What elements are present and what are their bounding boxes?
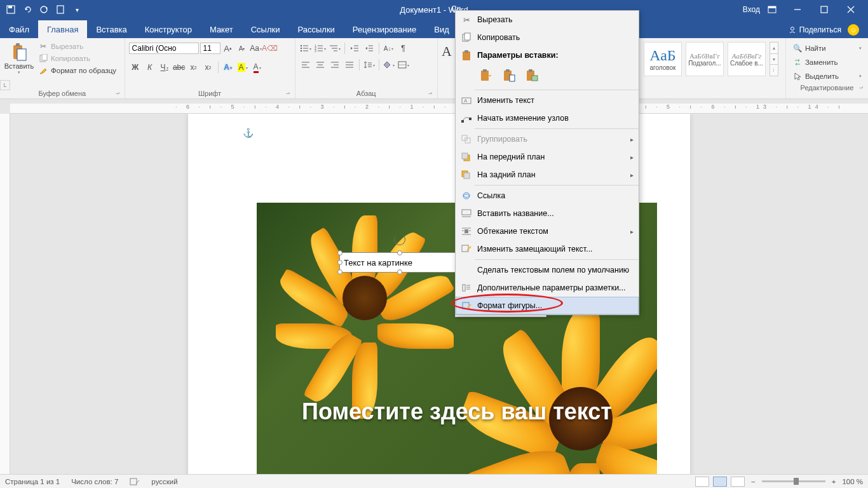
- bold-button[interactable]: Ж: [129, 61, 142, 74]
- clear-format-button[interactable]: A⌫: [264, 42, 276, 55]
- style-item-weak[interactable]: АаБбВвГгСлабое в...: [728, 42, 766, 76]
- tab-file[interactable]: Файл: [0, 20, 38, 38]
- tab-references[interactable]: Ссылки: [242, 20, 289, 38]
- underline-button[interactable]: Ч: [158, 61, 171, 74]
- font-size-input[interactable]: [200, 43, 220, 54]
- gallery-more[interactable]: ⁝: [770, 65, 778, 76]
- minimize-button[interactable]: [784, 0, 811, 19]
- ctx-more-layout[interactable]: Дополнительные параметры разметки...: [456, 279, 639, 297]
- zoom-in-button[interactable]: +: [829, 478, 839, 485]
- tab-design[interactable]: Конструктор: [136, 20, 201, 38]
- ctx-copy[interactable]: Копировать: [456, 29, 639, 46]
- zoom-out-button[interactable]: −: [749, 478, 758, 485]
- increase-indent-button[interactable]: [363, 42, 376, 55]
- grow-font-button[interactable]: A▴: [222, 42, 234, 55]
- tab-layout[interactable]: Макет: [201, 20, 242, 38]
- tab-home[interactable]: Главная: [38, 20, 87, 38]
- horizontal-ruler[interactable]: · 6 · ı · 5 · ı · 4 · ı · 3 · ı · 2 · ı …: [10, 104, 868, 114]
- ctx-default-textbox[interactable]: Сделать текстовым полем по умолчанию: [456, 261, 639, 279]
- ctx-edit-alt[interactable]: Изменить замещающий текст...: [456, 240, 639, 258]
- styles-gallery[interactable]: АаБаголовок АаБбВвГгПодзагол... АаБбВвГг…: [644, 39, 778, 76]
- ctx-edit-points[interactable]: Начать изменение узлов: [456, 109, 639, 127]
- view-read-button[interactable]: [695, 477, 709, 487]
- paste-keep-source[interactable]: [477, 67, 495, 85]
- style-item-subtitle[interactable]: АаБбВвГгПодзагол...: [686, 42, 724, 76]
- rotate-handle[interactable]: [394, 234, 405, 245]
- line-spacing-button[interactable]: [363, 58, 376, 71]
- copy-button[interactable]: Копировать: [37, 53, 118, 64]
- justify-button[interactable]: [343, 58, 356, 71]
- view-print-button[interactable]: [713, 477, 727, 487]
- ctx-wrap-text[interactable]: Обтекание текстом▸: [456, 222, 639, 240]
- gallery-down[interactable]: ▾: [770, 54, 778, 65]
- select-button[interactable]: Выделить▾: [790, 70, 864, 83]
- paste-merge[interactable]: [500, 67, 518, 85]
- ctx-insert-caption[interactable]: Вставить название...: [456, 205, 639, 222]
- maximize-button[interactable]: [811, 0, 837, 19]
- bullets-button[interactable]: [299, 42, 312, 55]
- strike-button[interactable]: abc: [173, 61, 186, 74]
- ctx-format-shape[interactable]: Формат фигуры...: [456, 297, 639, 315]
- tab-review[interactable]: Рецензирование: [344, 20, 425, 38]
- align-right-button[interactable]: [329, 58, 341, 71]
- shading-button[interactable]: [383, 58, 395, 71]
- paste-picture[interactable]: [523, 67, 541, 85]
- show-marks-button[interactable]: ¶: [397, 42, 410, 55]
- style-item-heading[interactable]: АаБаголовок: [644, 42, 682, 76]
- tab-view[interactable]: Вид: [425, 20, 458, 38]
- change-case-button[interactable]: Aa: [250, 42, 262, 55]
- shrink-font-button[interactable]: A▾: [236, 42, 248, 55]
- redo-icon[interactable]: [38, 4, 50, 15]
- close-button[interactable]: [837, 0, 864, 19]
- multilevel-button[interactable]: [329, 42, 341, 55]
- handle-s[interactable]: [397, 269, 402, 274]
- replace-button[interactable]: Заменить: [790, 56, 864, 69]
- view-web-button[interactable]: [731, 477, 745, 487]
- font-name-input[interactable]: [129, 43, 199, 54]
- highlight-button[interactable]: A: [236, 61, 249, 74]
- status-language[interactable]: русский: [151, 478, 177, 485]
- borders-button[interactable]: [397, 58, 410, 71]
- zoom-slider[interactable]: [762, 480, 825, 482]
- cut-button[interactable]: ✂Вырезать: [37, 41, 118, 52]
- ribbon-display-icon[interactable]: [768, 6, 776, 13]
- qat-customize-icon[interactable]: ▾: [71, 4, 83, 15]
- ctx-edit-text[interactable]: AИзменить текст: [456, 92, 639, 109]
- align-left-button[interactable]: [299, 58, 312, 71]
- decrease-indent-button[interactable]: [348, 42, 361, 55]
- feedback-smiley-icon[interactable]: ☺: [848, 24, 859, 36]
- sort-button[interactable]: A↓: [383, 42, 395, 55]
- vertical-ruler[interactable]: [0, 114, 10, 474]
- status-page[interactable]: Страница 1 из 1: [5, 478, 60, 485]
- superscript-button[interactable]: x2: [202, 61, 215, 74]
- tab-insert[interactable]: Вставка: [87, 20, 135, 38]
- handle-nw[interactable]: [337, 250, 342, 255]
- ctx-bring-front[interactable]: На передний план▸: [456, 148, 639, 166]
- zoom-level[interactable]: 100 %: [842, 478, 863, 485]
- tab-mailings[interactable]: Рассылки: [288, 20, 343, 38]
- undo-icon[interactable]: [22, 4, 33, 15]
- format-painter-button[interactable]: Формат по образцу: [37, 65, 118, 76]
- status-proofing-icon[interactable]: [130, 477, 140, 486]
- handle-w[interactable]: [337, 260, 342, 265]
- save-icon[interactable]: [5, 4, 17, 15]
- subscript-button[interactable]: x2: [187, 61, 200, 74]
- font-color-button[interactable]: A: [251, 61, 264, 74]
- numbering-button[interactable]: 123: [314, 42, 327, 55]
- login-link[interactable]: Вход: [743, 5, 760, 14]
- document-area[interactable]: ⚓: [10, 114, 868, 474]
- textbox-shape[interactable]: Текст на картинке: [339, 252, 460, 273]
- handle-n[interactable]: [397, 250, 402, 255]
- text-effects-button[interactable]: A: [222, 61, 234, 74]
- paste-button[interactable]: Вставить ▾: [4, 39, 34, 75]
- status-words[interactable]: Число слов: 7: [71, 478, 118, 485]
- ctx-cut[interactable]: ✂Вырезать: [456, 11, 639, 29]
- ctx-send-back[interactable]: На задний план▸: [456, 166, 639, 184]
- find-button[interactable]: 🔍Найти▾: [790, 42, 864, 55]
- gallery-up[interactable]: ▴: [770, 43, 778, 54]
- align-center-button[interactable]: [314, 58, 327, 71]
- share-button[interactable]: Поделиться: [788, 25, 841, 34]
- new-doc-icon[interactable]: [55, 4, 66, 15]
- handle-sw[interactable]: [337, 269, 342, 274]
- italic-button[interactable]: К: [144, 61, 156, 74]
